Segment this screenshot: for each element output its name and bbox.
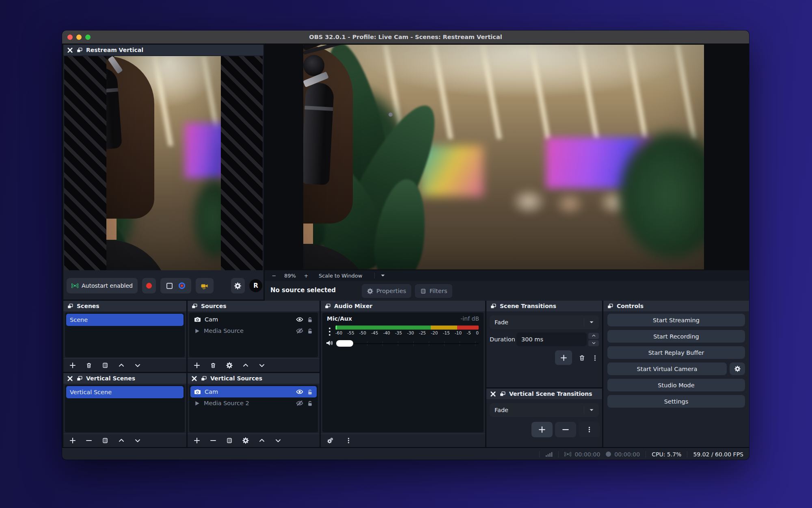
start-replay-buffer-button[interactable]: Start Replay Buffer <box>607 346 745 359</box>
record-button[interactable] <box>142 278 156 293</box>
minimize-window-button[interactable] <box>76 35 82 40</box>
preview-mode-buttons[interactable] <box>160 278 191 293</box>
tick-label: -10 <box>455 330 462 335</box>
zoom-in-button[interactable]: + <box>302 273 311 279</box>
main-preview-area: − 89% + Scale to Window No source select… <box>265 43 749 301</box>
popout-icon[interactable] <box>67 303 73 309</box>
duration-input[interactable]: 300 ms <box>516 332 587 346</box>
lock-icon[interactable] <box>307 328 313 334</box>
vertical-source-properties-button[interactable] <box>242 437 249 444</box>
source-properties-button[interactable] <box>226 362 233 369</box>
popout-icon[interactable] <box>607 303 613 309</box>
vertical-preview-canvas[interactable] <box>64 56 263 270</box>
popout-icon[interactable] <box>76 47 83 53</box>
title-bar[interactable]: OBS 32.0.1 - Profile: Live Cam - Scenes:… <box>62 30 749 43</box>
remove-vertical-source-button[interactable] <box>210 437 216 444</box>
popout-icon[interactable] <box>76 375 83 382</box>
vertical-transition-select[interactable]: Fade <box>490 403 599 417</box>
popout-icon[interactable] <box>201 375 207 382</box>
duration-down-button[interactable] <box>588 340 599 346</box>
transition-select[interactable]: Fade <box>490 315 599 329</box>
remove-vertical-scene-button[interactable] <box>86 437 92 444</box>
remove-transition-button[interactable] <box>579 354 585 361</box>
scale-mode-label[interactable]: Scale to Window <box>319 273 363 279</box>
advanced-audio-button[interactable] <box>327 437 335 444</box>
restream-logo-button[interactable]: R <box>249 279 262 292</box>
zoom-out-button[interactable]: − <box>270 273 279 279</box>
record-status: 00:00:00 <box>606 451 640 458</box>
close-icon[interactable] <box>191 376 197 382</box>
gear-icon <box>234 282 241 289</box>
mixer-menu-kebab[interactable] <box>346 437 352 444</box>
transition-menu-kebab[interactable] <box>592 354 598 361</box>
start-virtual-camera-button[interactable]: Start Virtual Camera <box>607 363 727 375</box>
filters-button[interactable]: Filters <box>415 284 452 298</box>
scene-filters-button[interactable] <box>102 362 108 369</box>
add-vertical-source-button[interactable] <box>194 437 200 444</box>
channel-menu-kebab[interactable] <box>326 326 333 338</box>
move-vertical-source-up-button[interactable] <box>259 437 265 444</box>
lock-icon[interactable] <box>307 400 313 406</box>
popout-icon[interactable] <box>324 303 331 309</box>
program-canvas[interactable] <box>265 43 749 270</box>
remove-scene-button[interactable] <box>86 362 92 369</box>
popout-icon[interactable] <box>499 391 506 397</box>
source-row-cam[interactable]: Cam <box>190 314 317 325</box>
program-video[interactable] <box>303 45 704 269</box>
restream-settings-button[interactable] <box>231 278 245 293</box>
popout-icon[interactable] <box>490 303 497 309</box>
vertical-sources-dock: Vertical Sources Cam Media Source 2 <box>188 373 320 447</box>
add-source-button[interactable] <box>194 362 200 369</box>
eye-icon[interactable] <box>296 389 303 395</box>
close-icon[interactable] <box>67 47 73 53</box>
close-icon[interactable] <box>67 376 73 382</box>
settings-button[interactable]: Settings <box>607 395 745 408</box>
move-scene-down-button[interactable] <box>134 362 141 369</box>
add-vertical-scene-button[interactable] <box>69 437 76 444</box>
start-streaming-button[interactable]: Start Streaming <box>607 314 745 326</box>
slider-handle[interactable] <box>336 340 353 347</box>
scale-dropdown-icon[interactable] <box>380 273 385 278</box>
move-source-down-button[interactable] <box>259 362 265 369</box>
add-scene-button[interactable] <box>69 362 76 369</box>
move-vertical-scene-up-button[interactable] <box>118 437 125 444</box>
source-row-media[interactable]: Media Source <box>190 325 317 336</box>
vertical-source-row-cam[interactable]: Cam <box>190 386 317 397</box>
vertical-source-row-media[interactable]: Media Source 2 <box>190 397 317 409</box>
vertical-scene-item[interactable]: Vertical Scene <box>66 386 184 398</box>
vertical-source-filters-button[interactable] <box>226 437 233 444</box>
tick-label: -40 <box>383 330 390 335</box>
source-label: Cam <box>205 316 218 323</box>
lock-icon[interactable] <box>307 317 313 323</box>
eye-off-icon[interactable] <box>296 400 303 406</box>
add-vertical-transition-button[interactable] <box>531 422 553 437</box>
vertical-transition-menu-kebab[interactable] <box>579 422 600 437</box>
eye-icon[interactable] <box>296 316 303 323</box>
speaker-icon[interactable] <box>326 339 334 347</box>
properties-button[interactable]: Properties <box>362 284 411 298</box>
zoom-window-button[interactable] <box>85 35 91 40</box>
eye-off-icon[interactable] <box>296 328 303 334</box>
studio-mode-button[interactable]: Studio Mode <box>607 379 745 391</box>
remove-vertical-transition-button[interactable] <box>555 422 576 437</box>
virtual-camera-button[interactable] <box>196 278 214 293</box>
close-window-button[interactable] <box>67 35 73 40</box>
lock-icon[interactable] <box>307 389 313 395</box>
tick-label: -25 <box>419 330 426 335</box>
move-source-up-button[interactable] <box>242 362 249 369</box>
autostart-toggle[interactable]: Autostart enabled <box>67 278 138 293</box>
scene-item[interactable]: Scene <box>66 314 184 326</box>
move-scene-up-button[interactable] <box>118 362 125 369</box>
move-vertical-source-down-button[interactable] <box>275 437 281 444</box>
duration-up-button[interactable] <box>588 333 599 339</box>
vertical-video[interactable] <box>106 56 221 270</box>
start-recording-button[interactable]: Start Recording <box>607 330 745 343</box>
vertical-scene-filters-button[interactable] <box>102 437 108 444</box>
add-transition-button[interactable] <box>555 350 572 365</box>
popout-icon[interactable] <box>191 303 198 309</box>
volume-slider[interactable] <box>336 340 479 347</box>
move-vertical-scene-down-button[interactable] <box>134 437 141 444</box>
virtual-camera-settings-button[interactable] <box>730 363 745 375</box>
remove-source-button[interactable] <box>210 362 216 369</box>
close-icon[interactable] <box>490 391 496 397</box>
